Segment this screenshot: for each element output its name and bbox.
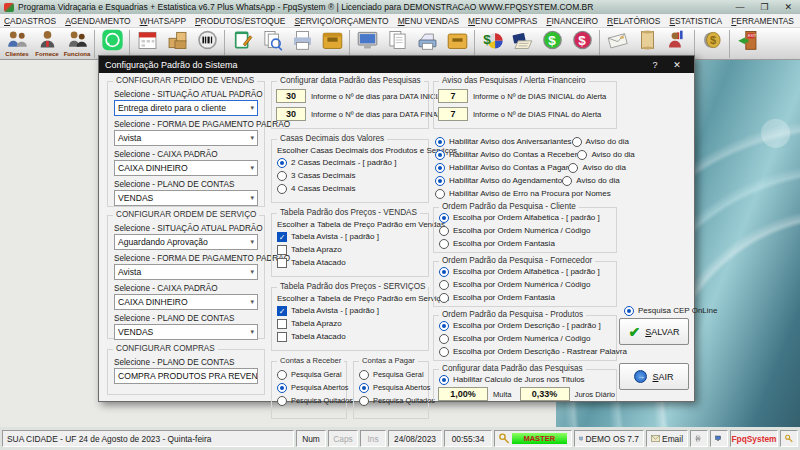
- produtos-descricao-radio[interactable]: [439, 321, 449, 331]
- tabela-avista-servicos-checkbox[interactable]: ✓: [277, 306, 287, 316]
- juros-titulos-radio[interactable]: [439, 375, 449, 385]
- dialog-title: Configuração Padrão do Sistema: [105, 60, 238, 70]
- multa-input[interactable]: 1,00%: [438, 387, 488, 401]
- dialog-titlebar[interactable]: Configuração Padrão do Sistema ? ✕: [99, 56, 694, 73]
- chevron-down-icon: ▾: [250, 164, 254, 172]
- salvar-button[interactable]: ✔ SALVAR: [619, 318, 689, 345]
- close-button[interactable]: ✕: [784, 2, 792, 12]
- group-casas-decimais: Casas Decimais dos Valores Escolher Casa…: [271, 139, 429, 203]
- button-label: SALVAR: [645, 327, 679, 337]
- menu-agendamento[interactable]: AGENDAMENTO: [65, 16, 130, 26]
- aviso-dia-agendamento-radio[interactable]: [562, 176, 572, 186]
- tabela-aprazo-servicos-checkbox[interactable]: [277, 319, 287, 329]
- aviso-dia-aniversariantes-radio[interactable]: [572, 137, 582, 147]
- menu-whatsapp[interactable]: WHATSAPP: [140, 16, 186, 26]
- status-email[interactable]: Email: [646, 430, 688, 447]
- dias-inicial-alerta-input[interactable]: 7: [438, 89, 468, 103]
- casas-2-radio[interactable]: [277, 158, 287, 168]
- tabela-avista-vendas-checkbox[interactable]: ✓: [277, 232, 287, 242]
- sair-button[interactable]: EXIT: [732, 29, 762, 59]
- status-print-button[interactable]: [690, 430, 708, 447]
- produtos-rastrear-radio[interactable]: [439, 347, 449, 357]
- fornecedor-alfabetica-radio[interactable]: [439, 267, 449, 277]
- group-compras: CONFIGURAR COMPRAS Selecione - PLANO DE …: [107, 349, 265, 395]
- plano-contas-os-select[interactable]: VENDAS▾: [114, 324, 258, 340]
- menu-estatistica[interactable]: ESTATISTICA: [669, 16, 722, 26]
- menu-relatorios[interactable]: RELATÓRIOS: [607, 16, 660, 26]
- fornecedores-button[interactable]: Fornece: [32, 29, 62, 59]
- tabela-aprazo-vendas-checkbox[interactable]: [277, 245, 287, 255]
- radio-label: Aviso do dia: [576, 176, 619, 185]
- pagar-abertos-radio[interactable]: [359, 383, 369, 393]
- menu-compras[interactable]: MENU COMPRAS: [468, 16, 537, 26]
- casas-3-radio[interactable]: [277, 171, 287, 181]
- field-label: Selecione - CAIXA PADRÃO: [114, 150, 264, 159]
- field-label: Selecione - PLANO DE CONTAS: [114, 180, 264, 189]
- chevron-down-icon: ▾: [250, 194, 254, 202]
- aviso-dia-receber-radio[interactable]: [577, 150, 587, 160]
- menu-cadastros[interactable]: CADASTROS: [4, 16, 56, 26]
- dias-data-final-input[interactable]: 30: [276, 107, 306, 121]
- aviso-aniversariantes-radio[interactable]: [435, 137, 445, 147]
- caixa-padrao-os-select[interactable]: CAIXA DINHEIRO▾: [114, 294, 258, 310]
- fornecedor-fantasia-radio[interactable]: [439, 293, 449, 303]
- fornecedor-numerica-radio[interactable]: [439, 280, 449, 290]
- juros-diario-input[interactable]: 0,33%: [520, 387, 570, 401]
- cliente-alfabetica-radio[interactable]: [439, 213, 449, 223]
- menu-ferramentas[interactable]: FERRAMENTAS: [731, 16, 794, 26]
- plano-contas-vendas-select[interactable]: VENDAS▾: [114, 190, 258, 206]
- dias-data-inicial-input[interactable]: 30: [276, 89, 306, 103]
- sair-icon: EXIT: [736, 29, 759, 51]
- pagar-quitados-radio[interactable]: [359, 396, 369, 406]
- receber-geral-radio[interactable]: [277, 370, 287, 380]
- impressora-icon: [291, 29, 314, 51]
- menu-produtos-estoque[interactable]: PRODUTOS/ESTOQUE: [195, 16, 285, 26]
- situacao-atual-vendas-select[interactable]: Entrega direto para o cliente▾: [114, 100, 258, 116]
- status-time: 00:55:34: [444, 430, 492, 447]
- aviso-contas-pagar-radio[interactable]: [435, 163, 445, 173]
- cep-online-radio[interactable]: [624, 306, 634, 316]
- dias-final-alerta-input[interactable]: 7: [438, 107, 468, 121]
- clientes-button[interactable]: Clientes: [2, 29, 32, 59]
- group-subtitle: Escolher a Tabela de Preço Padrão em Ven…: [277, 220, 428, 229]
- sair-dialog-button[interactable]: → SAIR: [619, 363, 689, 390]
- caixa-padrao-vendas-select[interactable]: CAIXA DINHEIRO▾: [114, 160, 258, 176]
- receber-quitados-radio[interactable]: [277, 396, 287, 406]
- codigo-barras-icon: [196, 29, 219, 51]
- status-ins: Ins: [360, 430, 386, 447]
- impressora-2-icon: [416, 29, 439, 51]
- radio-label: Pesquisa Geral: [291, 370, 342, 379]
- vendedor-grafico-icon: [666, 29, 689, 51]
- cliente-numerica-radio[interactable]: [439, 226, 449, 236]
- tabela-atacado-servicos-checkbox[interactable]: [277, 332, 287, 342]
- cliente-fantasia-radio[interactable]: [439, 239, 449, 249]
- aviso-contas-receber-radio[interactable]: [435, 150, 445, 160]
- casas-4-radio[interactable]: [277, 184, 287, 194]
- pagar-geral-radio[interactable]: [359, 370, 369, 380]
- toolbar-divider: [94, 30, 95, 58]
- funcionarios-button[interactable]: Funciona: [62, 29, 92, 59]
- menu-financeiro[interactable]: FINANCEIRO: [546, 16, 598, 26]
- status-key: [780, 430, 798, 447]
- status-monitor-button[interactable]: [710, 430, 728, 447]
- toolbar-divider: [474, 30, 475, 58]
- situacao-atual-os-select[interactable]: Aguardando Aprovação▾: [114, 234, 258, 250]
- group-tabela-servicos: Tabela Padrão dos Preços - SERVIÇOS Esco…: [271, 287, 429, 351]
- aviso-agendamento-radio[interactable]: [435, 176, 445, 186]
- forma-pagamento-os-select[interactable]: Avista▾: [114, 264, 258, 280]
- produtos-numerica-radio[interactable]: [439, 334, 449, 344]
- moeda-button[interactable]: $: [697, 29, 727, 59]
- menu-vendas[interactable]: MENU VENDAS: [398, 16, 459, 26]
- forma-pagamento-vendas-select[interactable]: Avista▾: [114, 130, 258, 146]
- clientes-icon: [6, 29, 29, 51]
- maximize-button[interactable]: ❐: [760, 2, 768, 12]
- aviso-dia-pagar-radio[interactable]: [568, 163, 578, 173]
- dialog-help-button[interactable]: ?: [644, 60, 666, 70]
- dialog-close-button[interactable]: ✕: [666, 60, 688, 70]
- tabela-atacado-vendas-checkbox[interactable]: [277, 258, 287, 268]
- receber-abertos-radio[interactable]: [277, 383, 287, 393]
- minimize-button[interactable]: —: [735, 2, 744, 12]
- menu-servico-orcamento[interactable]: SERVIÇO/ORÇAMENTO: [294, 16, 388, 26]
- plano-contas-compras-select[interactable]: COMPRA PRODUTOS PRA REVENDA▾: [114, 368, 258, 384]
- aviso-erro-nomes-radio[interactable]: [435, 189, 445, 199]
